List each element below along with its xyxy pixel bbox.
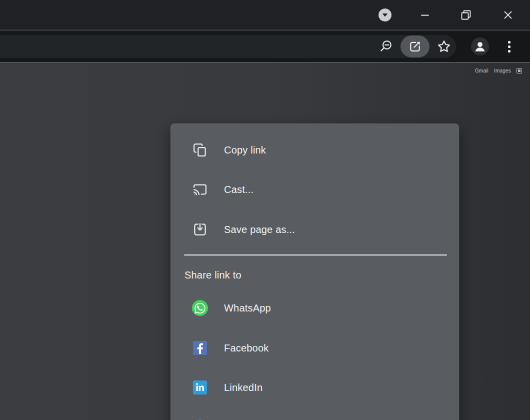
whatsapp-icon <box>192 300 208 316</box>
toolbar <box>0 31 530 62</box>
menu-item-label: LinkedIn <box>224 382 262 394</box>
star-icon <box>436 39 452 54</box>
browser-window: Gmail Images Copy link <box>0 0 530 420</box>
save-page-icon <box>192 222 208 238</box>
menu-item-facebook[interactable]: Facebook <box>170 334 459 362</box>
window-menu-dropdown-button[interactable] <box>374 4 396 26</box>
menu-item-cast[interactable]: Cast... <box>170 176 459 204</box>
menu-item-label: Save page as... <box>224 224 295 236</box>
copy-icon <box>192 142 208 158</box>
facebook-icon <box>192 340 208 356</box>
share-section-label: Share link to <box>184 268 242 282</box>
minimize-button[interactable] <box>414 4 436 26</box>
images-link[interactable]: Images <box>494 68 511 74</box>
close-button[interactable] <box>497 4 519 26</box>
menu-divider <box>184 254 447 256</box>
restore-icon <box>460 9 472 21</box>
menu-item-whatsapp[interactable]: WhatsApp <box>170 294 459 322</box>
zoom-out-button[interactable] <box>375 36 397 58</box>
page-content: Gmail Images Copy link <box>0 62 530 420</box>
menu-item-label: Facebook <box>224 342 268 354</box>
linkedin-icon <box>192 380 208 396</box>
menu-item-label: WhatsApp <box>224 302 271 314</box>
menu-item-copy-link[interactable]: Copy link <box>170 136 459 164</box>
titlebar <box>0 0 530 30</box>
kebab-menu-icon <box>508 41 510 52</box>
page-top-links: Gmail Images <box>475 68 522 74</box>
gmail-link[interactable]: Gmail <box>475 68 488 74</box>
restore-button[interactable] <box>455 4 477 26</box>
share-button[interactable] <box>400 36 430 58</box>
chevron-down-circle-icon <box>378 8 392 22</box>
share-icon <box>408 39 422 54</box>
cast-icon <box>192 182 208 198</box>
minimize-icon <box>419 9 431 21</box>
menu-item-label: Cast... <box>224 184 254 196</box>
profile-button[interactable] <box>471 38 489 56</box>
menu-item-linkedin[interactable]: LinkedIn <box>170 374 459 402</box>
menu-item-label: Copy link <box>224 144 266 156</box>
menu-item-twitter[interactable]: Twitter <box>170 414 459 420</box>
apps-icon[interactable] <box>516 68 522 74</box>
profile-avatar-icon <box>472 39 488 54</box>
close-icon <box>502 9 514 21</box>
zoom-out-icon <box>378 39 394 54</box>
favorites-button[interactable] <box>433 36 455 58</box>
menu-item-save-page-as[interactable]: Save page as... <box>170 216 459 244</box>
share-menu: Copy link Cast... Save <box>170 124 459 420</box>
more-options-button[interactable] <box>499 36 519 58</box>
